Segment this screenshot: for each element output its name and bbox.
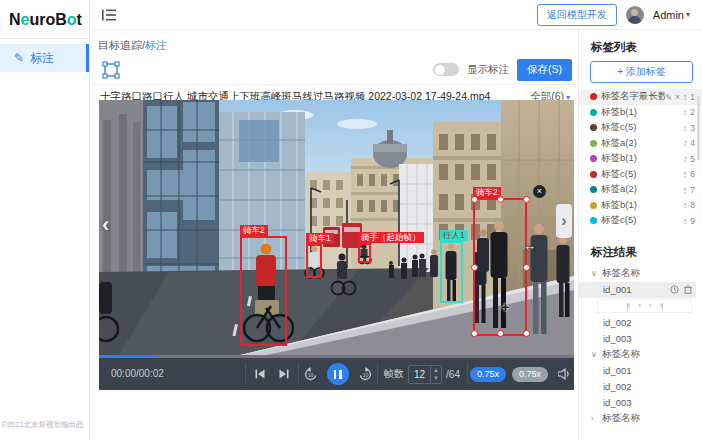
back-to-model-dev-button[interactable]: 返回模型开发	[537, 4, 617, 26]
label-row[interactable]: 标签b(1) ↕5	[579, 151, 702, 167]
resize-handle[interactable]	[523, 264, 530, 271]
sort-icon[interactable]: ↕	[683, 216, 687, 226]
result-item[interactable]: id_003	[579, 331, 702, 347]
collapse-icon[interactable]: ›	[591, 414, 598, 423]
sort-icon[interactable]: ↕	[683, 107, 687, 117]
result-group-name: 标签名称	[602, 412, 640, 425]
show-annotation-toggle[interactable]	[433, 63, 459, 76]
label-row[interactable]: 标签c(5) ↕6	[579, 167, 702, 183]
frame-down-icon[interactable]: ▼	[431, 374, 441, 383]
save-button[interactable]: 保存(S)	[517, 59, 572, 81]
resize-handle[interactable]	[523, 196, 530, 203]
right-panel: 标签列表 + 添加标签 标签名字最长数... ✎ × ↕ 1 标签b(1) ↕2…	[578, 30, 702, 440]
label-shortcut: 7	[690, 185, 695, 195]
label-row[interactable]: 标签名字最长数... ✎ × ↕ 1	[579, 89, 702, 105]
sidebar-item-label: 标注	[30, 50, 54, 67]
bbox-rider-startframe[interactable]: 骑手（起始帧）	[358, 243, 371, 263]
user-menu[interactable]: Admin ▾	[653, 9, 690, 21]
label-color-dot	[590, 140, 597, 147]
resize-handle[interactable]	[471, 264, 478, 271]
sort-icon[interactable]: ↕	[683, 92, 687, 102]
label-shortcut: 8	[690, 200, 695, 210]
logo-letter: o	[45, 11, 55, 28]
expand-icon[interactable]: ∨	[591, 350, 598, 359]
nav-first-icon[interactable]: |‹	[627, 301, 630, 310]
result-item[interactable]: id_001	[579, 363, 702, 379]
label-color-dot	[590, 202, 597, 209]
label-row[interactable]: 标签b(1) ↕8	[579, 198, 702, 214]
prev-frame-icon[interactable]	[255, 369, 265, 379]
label-row[interactable]: 标签a(2) ↕7	[579, 182, 702, 198]
label-name: 标签名字最长数...	[601, 90, 665, 103]
sort-icon[interactable]: ↕	[683, 154, 687, 164]
bbox-rider2-selected[interactable]: 骑车2 ×	[473, 198, 527, 336]
result-group-collapsed[interactable]: › 标签名称	[579, 411, 702, 427]
result-item[interactable]: id_002	[579, 315, 702, 331]
nav-last-icon[interactable]: ›|	[660, 301, 663, 310]
delete-label-icon[interactable]: ×	[675, 92, 680, 102]
result-group[interactable]: ∨ 标签名称	[579, 266, 702, 282]
rewind-10-icon[interactable]: 10	[303, 367, 318, 382]
speed-pill-active[interactable]: 0.75x	[470, 367, 506, 382]
result-group-name: 标签名称	[602, 348, 640, 361]
copyright-text: ©2021北京矩视智能出品	[0, 420, 85, 430]
prev-video-chevron[interactable]: ‹	[102, 210, 109, 240]
sort-icon[interactable]: ↕	[683, 200, 687, 210]
label-shortcut: 1	[690, 92, 695, 102]
topbar: 返回模型开发 Admin ▾	[90, 0, 702, 30]
frame-number-value: 12	[409, 366, 430, 383]
bbox-label: 骑手（起始帧）	[358, 232, 424, 243]
locate-icon[interactable]	[670, 285, 679, 294]
add-label-button[interactable]: + 添加标签	[590, 61, 693, 83]
label-row[interactable]: 标签c(5) ↕3	[579, 120, 702, 136]
svg-text:10: 10	[307, 372, 313, 378]
avatar[interactable]	[626, 6, 644, 24]
speed-pill[interactable]: 0.75x	[512, 367, 548, 382]
collapse-menu-icon[interactable]	[102, 9, 116, 21]
result-item[interactable]: id_002	[579, 379, 702, 395]
resize-handle[interactable]	[471, 330, 478, 337]
label-name: 标签c(5)	[601, 168, 683, 181]
sort-icon[interactable]: ↕	[683, 138, 687, 148]
label-color-dot	[590, 171, 597, 178]
label-name: 标签a(2)	[601, 137, 683, 150]
label-row[interactable]: 标签b(1) ↕2	[579, 105, 702, 121]
resize-handle[interactable]	[523, 330, 530, 337]
result-item-selected[interactable]: id_001	[579, 282, 696, 298]
forward-10-icon[interactable]: 10	[358, 367, 373, 382]
nav-next-icon[interactable]: ›	[649, 301, 651, 310]
sort-icon[interactable]: ↕	[683, 185, 687, 195]
bbox-pedestrian1[interactable]: 行人1	[440, 241, 463, 303]
resize-handle[interactable]	[497, 330, 504, 337]
frame-number-input[interactable]: 12 ▲▼	[408, 365, 442, 384]
label-row[interactable]: 标签c(5) ↕9	[579, 213, 702, 229]
nav-prev-icon[interactable]: ‹	[638, 301, 640, 310]
frame-up-icon[interactable]: ▲	[431, 366, 441, 375]
expand-icon[interactable]: ∨	[591, 269, 598, 278]
label-row[interactable]: 标签a(2) ↕4	[579, 136, 702, 152]
result-id: id_001	[603, 363, 632, 379]
video-player: 骑车2 骑车1 骑手（起始帧） 行人1 骑车2 ×	[99, 100, 574, 390]
trash-icon[interactable]	[684, 285, 692, 294]
delete-box-button[interactable]: ×	[533, 185, 546, 198]
next-video-chevron[interactable]: ›	[556, 204, 572, 238]
bounding-box-tool-icon[interactable]	[102, 61, 120, 79]
video-canvas[interactable]: 骑车2 骑车1 骑手（起始帧） 行人1 骑车2 ×	[99, 100, 574, 355]
bbox-rider2[interactable]: 骑车2	[240, 236, 287, 346]
resize-handle[interactable]	[497, 196, 504, 203]
next-frame-icon[interactable]	[279, 369, 289, 379]
sort-icon[interactable]: ↕	[683, 123, 687, 133]
label-shortcut: 4	[690, 138, 695, 148]
sidebar-item-annotate[interactable]: ✎ 标注	[0, 44, 89, 72]
sort-icon[interactable]: ↕	[683, 169, 687, 179]
breadcrumb-parent[interactable]: 目标追踪	[98, 39, 142, 51]
bbox-rider1[interactable]: 骑车1	[306, 244, 322, 278]
resize-handle[interactable]	[471, 196, 478, 203]
pause-button[interactable]	[327, 363, 349, 385]
main-area: 目标追踪/标注 显示标注 保存(S) 十字路口路口行人 城市交通上下班高峰斑马线…	[90, 30, 578, 440]
volume-icon[interactable]	[558, 368, 571, 380]
edit-label-icon[interactable]: ✎	[665, 92, 672, 102]
result-group[interactable]: ∨ 标签名称	[579, 347, 702, 363]
result-item[interactable]: id_003	[579, 395, 702, 411]
scrollbar-thumb[interactable]	[697, 96, 700, 160]
